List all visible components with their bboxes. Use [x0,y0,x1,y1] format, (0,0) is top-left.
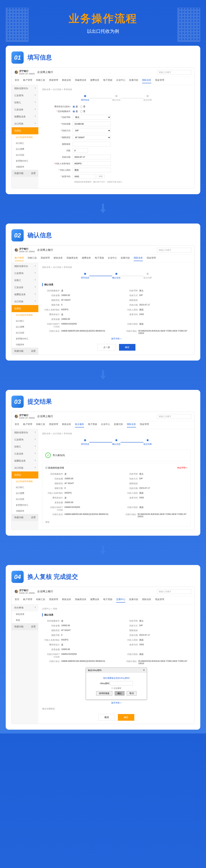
nav-cash[interactable]: 现金管理 [155,79,164,83]
nav-batch[interactable]: 批量付款 [129,79,138,83]
btn-back[interactable]: 上一步 [97,344,116,351]
info-row: 代收行地址99 MADISON AVENUE,NEW YORK,NEW YORK… [120,330,190,334]
step-number-04: 04 [11,571,24,583]
arrow-down-3 [0,539,206,561]
nav-ebill[interactable]: 电子票据 [103,79,112,83]
side-sub-4[interactable]: 多壁预付外汇 [12,158,38,164]
side-item-5[interactable]: 出口托收▾ [12,120,38,127]
info-row: 发票号码X001 [120,313,190,316]
side-sub-5[interactable]: 功能菜单 [12,164,38,170]
side-sub-0[interactable]: 出口托收寄单明细 [12,134,38,140]
info-row: 期限天数0 [42,304,113,306]
nav-center[interactable]: 企业中心 [116,79,125,83]
info-row: 您的电脑条件是 [42,289,113,292]
nav-transfer[interactable]: 转账汇款 [36,79,45,83]
radio-pc-yes[interactable]: 是 [73,110,78,113]
info-row: 托收方式D/P [120,624,190,627]
add-button[interactable]: 添加 [97,174,105,179]
nav-finance[interactable]: 财政业务 [62,79,71,83]
search-input[interactable]: 请输入关键字 [157,248,191,252]
dialog-ok-btn[interactable]: 确认 [115,691,124,695]
search-input[interactable]: 请输入关键字 [157,414,191,419]
breadcrumb-4: 交易中心 > 复核 [42,607,190,610]
nav-intl[interactable]: 国际业务 [142,79,151,83]
step-title-03: 提交结果 [27,398,52,406]
close-icon[interactable]: ✕ [143,669,145,672]
dialog-cancel-btn[interactable]: 取消 [127,691,137,695]
info-row: 代收行国别美国 [120,322,190,328]
info-row: 付款人国别美国 [120,639,190,642]
side-sub-2[interactable]: 出口退费 [12,146,38,152]
input-invoice[interactable] [73,174,95,179]
info-row: 发票金额10000.00 [42,648,113,651]
soft-keyboard-btn[interactable]: 使用软键盘 [96,691,112,695]
step-block-01: 01 填写信息 济宁银行BANK OF JINING 企业网上银行 请输入关键字… [6,46,200,194]
radio-pc-no[interactable]: 否 [80,110,85,113]
app-window-01: 济宁银行BANK OF JINING 企业网上银行 请输入关键字 首页 账户管理… [11,67,195,188]
radio-fee-yes[interactable]: 是 [73,105,78,108]
btn-submit[interactable]: 确定 [119,344,136,351]
info-row: 托收金额10000.00 [42,624,113,627]
info-row: 期限描述 [120,482,187,485]
nav-bill[interactable]: 票据管理 [49,79,58,83]
stepper-dot-1 [84,95,86,97]
info-row: 发票号码X001 [120,643,190,646]
nav-home[interactable]: 首页 [15,79,19,83]
input-desc[interactable] [73,142,111,146]
nav-fee[interactable]: 缴费业务 [90,79,99,83]
search-input[interactable]: 请输入关键字 [157,589,191,594]
info-row: 期限类型AT SIGHT [42,629,113,632]
btn-confirm[interactable]: 确定 [118,714,134,721]
hero-subtitle: 以出口托收为例 [4,28,202,34]
search-input[interactable]: 请输入关键字 [157,70,191,75]
nav-bar: 首页 账户管理 转账汇款 票据管理 财政业务 投融资业务 缴费业务 电子票据 企… [12,77,194,85]
btn-return[interactable]: 返回 [98,714,115,721]
remember-checkbox[interactable]: ☐ 记住填写 [111,687,121,689]
side-item-active[interactable]: 信用证▾ [12,127,38,134]
select-currency[interactable]: 美元 [73,115,111,120]
input-days[interactable] [73,148,88,153]
radio-fee-no[interactable]: 否 [80,105,85,108]
info-row: 托收日期2023-07-17 [120,304,190,306]
side-sub-approve[interactable]: 审批管理 [12,611,38,617]
nav-tab-handle[interactable]: 账户管理 [15,256,24,261]
side-sub-review[interactable]: 复核 [12,617,38,623]
nav-receive[interactable]: 收企服务 [75,423,84,427]
info-row: 发票金额10000.00 [46,501,113,504]
collapse-link[interactable]: 收起详情 > [177,466,187,469]
step-block-03: 03 提交结果 济宁银行BANK OF JINING 企业网上银行 请输入关键字… [6,390,200,536]
stepper: 填写信息 确认信息 提交结果 [42,95,190,101]
nav-trade-center[interactable]: 交易中心 [116,598,125,602]
input-date[interactable] [73,155,111,159]
input-payer[interactable] [73,161,111,166]
nav-account[interactable]: 账户管理 [23,79,32,83]
info-row: 付款人国别美国 [120,492,187,495]
side-item-0[interactable]: 国际结算经办▾ [12,85,38,92]
side-sub-3[interactable]: 出口信贷 [12,152,38,158]
info-row: 期限天数0 [42,634,113,637]
select-term[interactable]: AT SIGHT [73,135,111,140]
input-country[interactable] [73,168,111,172]
expand-link[interactable]: 展开详情 > [42,337,190,340]
side-foot[interactable]: 快捷功能设置 [12,170,38,177]
info-row: 托收金额10000.00 [46,477,113,480]
side-item-2[interactable]: 结售汇▾ [12,99,38,106]
info-row: 付款人名称/地址ASDFG [42,308,113,311]
side-item-1[interactable]: 汇款查询▾ [12,92,38,99]
side-sub-1[interactable]: 出口收汇 [12,140,38,146]
nav-invest[interactable]: 投融资业务 [75,79,86,83]
sidebar: 国际结算经办▾ 汇款查询▾ 结售汇▾ 汇款业务▾ 福费廷业务▾ 出口托收▾ 信用… [12,85,38,188]
info-row: 代收行SWIFT CODEHAANUS33QNS [42,653,113,658]
step-block-04: 04 换人复核 完成提交 济宁银行BANK OF JINING 企业网上银行 请… [6,565,200,730]
side-item-4[interactable]: 福费廷业务▾ [12,113,38,120]
info-row: 托收币种美元 [120,620,190,622]
app-window-02: 济宁银行BANK OF JINING 企业网上银行 请输入关键字 账户管理 转账… [11,245,195,355]
step-number-03: 03 [11,396,24,408]
info-row: 代收行地址99 MADISON AVENUE,NEW YORK,NEW YORK… [120,660,190,664]
side-item-3[interactable]: 汇款业务▾ [12,106,38,113]
info-row: 托收日期2023-07-17 [120,487,187,490]
select-method[interactable]: D/P [73,128,111,133]
ukey-password-input[interactable] [110,681,133,685]
side-item-pending[interactable]: 待办事项▾ [12,604,38,611]
input-amount[interactable] [73,122,111,126]
